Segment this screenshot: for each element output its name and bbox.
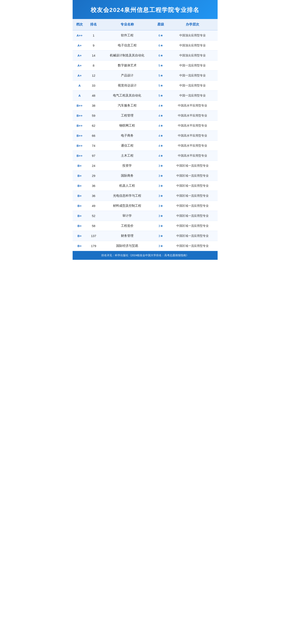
cell-rank: 52 [87,211,101,221]
cell-rank: 179 [87,241,101,251]
cell-grade: B++ [73,141,87,151]
table-row: B+179国际经济与贸易3★中国区域一流应用型专业 [73,241,218,251]
footer-text: 排名详见：科学出版社《2024校友会中国大学排名：高考志愿填报指南》 [101,254,189,257]
table-row: A+12产品设计5★中国一流应用型专业 [73,70,218,80]
col-header-stars: 星级 [154,19,168,30]
cell-grade: B+ [73,181,87,191]
col-header-name: 专业名称 [101,19,154,30]
table-row: B+58工程造价3★中国区域一流应用型专业 [73,221,218,231]
cell-name: 国际商务 [101,171,154,181]
cell-level: 中国区域一流应用型专业 [168,161,217,171]
cell-rank: 49 [87,201,101,211]
cell-stars: 3★ [154,231,168,241]
cell-stars: 3★ [154,201,168,211]
cell-rank: 29 [87,171,101,181]
cell-grade: B++ [73,111,87,121]
cell-stars: 4★ [154,101,168,111]
col-header-rank: 排名 [87,19,101,30]
cell-grade: B+ [73,201,87,211]
cell-level: 中国高水平应用型专业 [168,131,217,141]
cell-rank: 74 [87,141,101,151]
cell-grade: A+ [73,70,87,80]
cell-name: 土木工程 [101,151,154,161]
cell-grade: B+ [73,231,87,241]
cell-name: 电子信息工程 [101,40,154,50]
cell-grade: B+ [73,211,87,221]
cell-level: 中国高水平应用型专业 [168,101,217,111]
table-row: B++66电子商务4★中国高水平应用型专业 [73,131,218,141]
cell-stars: 5★ [154,91,168,101]
cell-level: 中国区域一流应用型专业 [168,171,217,181]
table-row: A48电气工程及其自动化5★中国一流应用型专业 [73,91,218,101]
cell-grade: A+ [73,40,87,50]
cell-rank: 38 [87,101,101,111]
cell-stars: 5★ [154,80,168,91]
cell-level: 中国区域一流应用型专业 [168,241,217,251]
page-header: 校友会2024泉州信息工程学院专业排名 [73,0,218,19]
table-row: A+8数字媒体艺术5★中国一流应用型专业 [73,60,218,70]
cell-name: 财务管理 [101,231,154,241]
table-row: A+14机械设计制造及其自动化6★中国顶尖应用型专业 [73,50,218,60]
cell-stars: 3★ [154,191,168,201]
cell-stars: 4★ [154,111,168,121]
cell-level: 中国一流应用型专业 [168,60,217,70]
cell-rank: 8 [87,60,101,70]
cell-stars: 3★ [154,211,168,221]
cell-level: 中国高水平应用型专业 [168,141,217,151]
cell-rank: 12 [87,70,101,80]
cell-grade: B+ [73,241,87,251]
table-row: B++38汽车服务工程4★中国高水平应用型专业 [73,101,218,111]
cell-stars: 4★ [154,121,168,131]
cell-grade: A+ [73,60,87,70]
rankings-table: 档次 排名 专业名称 星级 办学层次 A++1软件工程6★中国顶尖应用型专业A+… [73,19,218,251]
cell-name: 机器人工程 [101,181,154,191]
cell-grade: A+ [73,50,87,60]
table-row: B+52审计学3★中国区域一流应用型专业 [73,211,218,221]
cell-level: 中国区域一流应用型专业 [168,231,217,241]
cell-grade: B++ [73,121,87,131]
cell-stars: 6★ [154,50,168,60]
cell-level: 中国区域一流应用型专业 [168,211,217,221]
cell-name: 视觉传达设计 [101,80,154,91]
cell-name: 数字媒体艺术 [101,60,154,70]
cell-name: 机械设计制造及其自动化 [101,50,154,60]
cell-grade: B+ [73,161,87,171]
cell-level: 中国区域一流应用型专业 [168,181,217,191]
cell-name: 材料成型及控制工程 [101,201,154,211]
cell-level: 中国高水平应用型专业 [168,111,217,121]
cell-stars: 3★ [154,181,168,191]
cell-level: 中国一流应用型专业 [168,91,217,101]
cell-level: 中国顶尖应用型专业 [168,50,217,60]
cell-name: 投资学 [101,161,154,171]
cell-rank: 97 [87,151,101,161]
cell-grade: B+ [73,171,87,181]
cell-level: 中国一流应用型专业 [168,80,217,91]
cell-rank: 33 [87,80,101,91]
cell-rank: 137 [87,231,101,241]
cell-stars: 4★ [154,151,168,161]
cell-grade: B++ [73,131,87,141]
cell-stars: 3★ [154,171,168,181]
cell-name: 工程造价 [101,221,154,231]
cell-grade: A [73,80,87,91]
cell-name: 汽车服务工程 [101,101,154,111]
cell-level: 中国高水平应用型专业 [168,151,217,161]
table-row: B++97土木工程4★中国高水平应用型专业 [73,151,218,161]
table-row: B+36机器人工程3★中国区域一流应用型专业 [73,181,218,191]
cell-level: 中国区域一流应用型专业 [168,201,217,211]
cell-name: 电气工程及其自动化 [101,91,154,101]
cell-stars: 5★ [154,60,168,70]
cell-stars: 6★ [154,30,168,40]
cell-name: 审计学 [101,211,154,221]
cell-stars: 3★ [154,221,168,231]
cell-stars: 3★ [154,241,168,251]
cell-rank: 24 [87,161,101,171]
cell-stars: 3★ [154,161,168,171]
table-row: B++59工程管理4★中国高水平应用型专业 [73,111,218,121]
cell-rank: 48 [87,91,101,101]
cell-rank: 36 [87,191,101,201]
cell-rank: 1 [87,30,101,40]
cell-level: 中国区域一流应用型专业 [168,191,217,201]
table-row: B++74通信工程4★中国高水平应用型专业 [73,141,218,151]
cell-rank: 9 [87,40,101,50]
